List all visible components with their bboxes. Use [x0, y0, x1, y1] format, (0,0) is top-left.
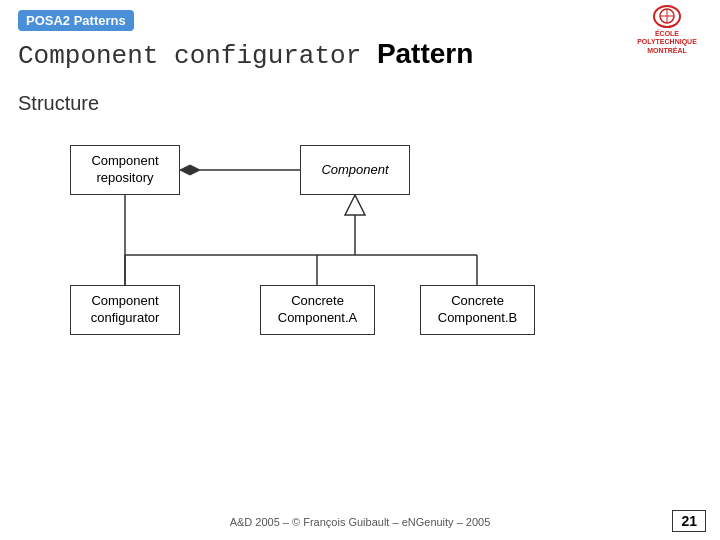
component-configurator-box: Component configurator: [70, 285, 180, 335]
logo-text: ÉCOLEPOLYTECHNIQUEMONTRÉAL: [637, 30, 697, 55]
structure-label: Structure: [18, 92, 99, 115]
concrete-component-a-box: Concrete Component.A: [260, 285, 375, 335]
diamond-connector: [180, 165, 200, 175]
title-code: Component configurator: [18, 41, 361, 71]
posa2-badge: POSA2 Patterns: [18, 10, 134, 31]
main-title: Component configurator Pattern: [18, 38, 473, 71]
component-box: Component: [300, 145, 410, 195]
logo-circle: [653, 5, 681, 28]
component-repository-box: Component repository: [70, 145, 180, 195]
concrete-component-b-box: Concrete Component.B: [420, 285, 535, 335]
footer-text: A&D 2005 – © François Guibault – eNGenui…: [230, 516, 491, 528]
title-pattern: Pattern: [377, 38, 473, 69]
diagram: Component repository Component Component…: [60, 125, 660, 405]
inheritance-arrow: [345, 195, 365, 215]
page-number: 21: [672, 510, 706, 532]
logo: ÉCOLEPOLYTECHNIQUEMONTRÉAL: [632, 5, 702, 55]
